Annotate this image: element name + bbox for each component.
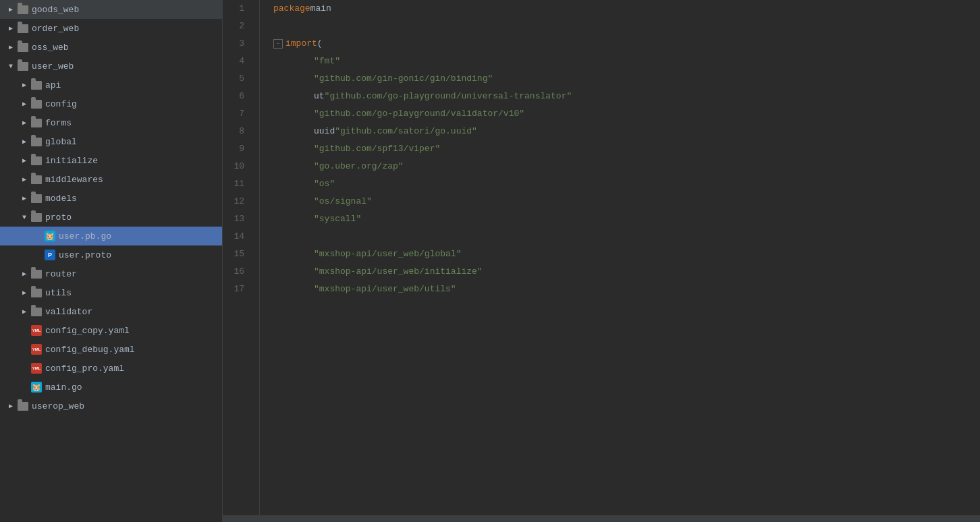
code-editor: 1234567891011121314151617 package main -… bbox=[223, 0, 980, 522]
sidebar-item-order_web[interactable]: order_web bbox=[0, 19, 222, 38]
code-line: package main bbox=[273, 0, 980, 18]
folder-icon bbox=[31, 289, 42, 297]
folder-icon bbox=[31, 194, 42, 203]
line-number: 4 bbox=[223, 53, 251, 70]
line-number: 14 bbox=[223, 228, 251, 245]
code-line: "github.com/gin-gonic/gin/binding" bbox=[273, 70, 980, 88]
sidebar-item-initialize[interactable]: initialize bbox=[0, 151, 222, 170]
sidebar-item-label: main.go bbox=[45, 382, 82, 393]
string-token: "mxshop-api/user_web/utils" bbox=[314, 281, 456, 298]
string-token: "syscall" bbox=[314, 210, 361, 228]
alias-token: ut bbox=[314, 88, 325, 105]
chevron-icon bbox=[19, 214, 30, 221]
chevron-icon bbox=[19, 156, 30, 165]
chevron-icon bbox=[19, 194, 30, 202]
sidebar-item-main_go[interactable]: 🐹main.go bbox=[0, 378, 222, 397]
folder-icon bbox=[31, 138, 42, 146]
string-token: "github.com/satori/go.uuid" bbox=[335, 123, 477, 140]
sidebar-item-router[interactable]: router bbox=[0, 264, 222, 283]
sidebar-item-oss_web[interactable]: oss_web bbox=[0, 38, 222, 57]
sidebar-item-config_pro_yaml[interactable]: YMLconfig_pro.yaml bbox=[0, 359, 222, 378]
sidebar-item-goods_web[interactable]: goods_web bbox=[0, 0, 222, 19]
code-line: "os/signal" bbox=[273, 193, 980, 210]
line-numbers: 1234567891011121314151617 bbox=[223, 0, 260, 515]
string-token: "fmt" bbox=[314, 53, 340, 70]
sidebar-item-label: router bbox=[45, 269, 77, 279]
string-token: "os/signal" bbox=[314, 193, 372, 210]
sidebar-item-config_copy_yaml[interactable]: YMLconfig_copy.yaml bbox=[0, 321, 222, 340]
folder-icon bbox=[18, 5, 28, 14]
sidebar-item-utils[interactable]: utils bbox=[0, 283, 222, 302]
sidebar-item-label: api bbox=[45, 80, 61, 90]
line-number: 11 bbox=[223, 175, 251, 193]
chevron-icon bbox=[19, 308, 30, 316]
folder-icon bbox=[31, 213, 42, 222]
sidebar-item-models[interactable]: models bbox=[0, 189, 222, 208]
line-number: 15 bbox=[223, 245, 251, 263]
yaml-file-icon: YML bbox=[31, 344, 42, 355]
chevron-icon bbox=[19, 138, 30, 146]
code-content: package main -import ("fmt""github.com/g… bbox=[260, 0, 980, 515]
sidebar-item-userop_web[interactable]: userop_web bbox=[0, 397, 222, 415]
sidebar-item-label: middlewares bbox=[45, 175, 103, 185]
folder-icon bbox=[18, 62, 28, 71]
sidebar-item-label: models bbox=[45, 194, 77, 204]
folder-icon bbox=[31, 100, 42, 109]
sidebar-item-label: order_web bbox=[32, 24, 79, 34]
sidebar-item-proto[interactable]: proto bbox=[0, 208, 222, 227]
line-number: 16 bbox=[223, 263, 251, 281]
code-line bbox=[273, 228, 980, 245]
string-token: "github.com/go-playground/validator/v10" bbox=[314, 105, 524, 123]
sidebar-item-user_proto[interactable]: Puser.proto bbox=[0, 245, 222, 264]
sidebar-item-label: oss_web bbox=[32, 42, 69, 53]
chevron-icon bbox=[5, 5, 16, 13]
sidebar-item-config_debug_yaml[interactable]: YMLconfig_debug.yaml bbox=[0, 340, 222, 359]
sidebar-item-global[interactable]: global bbox=[0, 132, 222, 151]
sidebar-item-label: user.proto bbox=[59, 250, 111, 260]
paren-token: ( bbox=[317, 35, 323, 53]
code-line: "syscall" bbox=[273, 210, 980, 228]
chevron-icon bbox=[19, 175, 30, 183]
go-file-icon: 🐹 bbox=[31, 382, 42, 393]
fold-icon[interactable]: - bbox=[273, 39, 283, 49]
sidebar-item-label: validator bbox=[45, 307, 92, 317]
sidebar-item-config[interactable]: config bbox=[0, 94, 222, 113]
sidebar-item-user_web[interactable]: user_web bbox=[0, 57, 222, 76]
sidebar-item-label: utils bbox=[45, 288, 72, 298]
folder-icon bbox=[18, 24, 28, 33]
horizontal-scrollbar[interactable] bbox=[223, 515, 980, 522]
sidebar-item-validator[interactable]: validator bbox=[0, 302, 222, 321]
code-line: "fmt" bbox=[273, 53, 980, 70]
line-number: 8 bbox=[223, 123, 251, 140]
chevron-icon bbox=[19, 81, 30, 89]
file-tree[interactable]: goods_weborder_weboss_webuser_webapiconf… bbox=[0, 0, 223, 522]
folder-icon bbox=[18, 43, 28, 52]
sidebar-item-label: user.pb.go bbox=[59, 231, 111, 241]
string-token: "mxshop-api/user_web/global" bbox=[314, 245, 461, 263]
sidebar-item-label: config_debug.yaml bbox=[45, 345, 135, 355]
sidebar-item-label: userop_web bbox=[32, 401, 84, 411]
folder-icon bbox=[31, 81, 42, 90]
chevron-icon bbox=[5, 63, 16, 70]
line-number: 5 bbox=[223, 70, 251, 88]
line-number: 6 bbox=[223, 88, 251, 105]
sidebar-item-api[interactable]: api bbox=[0, 76, 222, 94]
code-line: "github.com/spf13/viper" bbox=[273, 140, 980, 158]
sidebar-item-forms[interactable]: forms bbox=[0, 113, 222, 132]
alias-token: uuid bbox=[314, 123, 335, 140]
sidebar-item-user_pb_go[interactable]: 🐹user.pb.go bbox=[0, 227, 222, 245]
code-line: "os" bbox=[273, 175, 980, 193]
folder-icon bbox=[18, 402, 28, 411]
sidebar-item-label: forms bbox=[45, 118, 72, 128]
string-token: "github.com/spf13/viper" bbox=[314, 140, 440, 158]
string-token: "github.com/gin-gonic/gin/binding" bbox=[314, 70, 493, 88]
chevron-icon bbox=[19, 100, 30, 108]
chevron-icon bbox=[19, 270, 30, 278]
sidebar-item-label: goods_web bbox=[32, 5, 79, 15]
sidebar-item-middlewares[interactable]: middlewares bbox=[0, 170, 222, 189]
chevron-icon bbox=[5, 24, 16, 32]
code-line: "mxshop-api/user_web/global" bbox=[273, 245, 980, 263]
folder-icon bbox=[31, 308, 42, 316]
sidebar-item-label: config bbox=[45, 99, 77, 109]
yaml-file-icon: YML bbox=[31, 325, 42, 336]
